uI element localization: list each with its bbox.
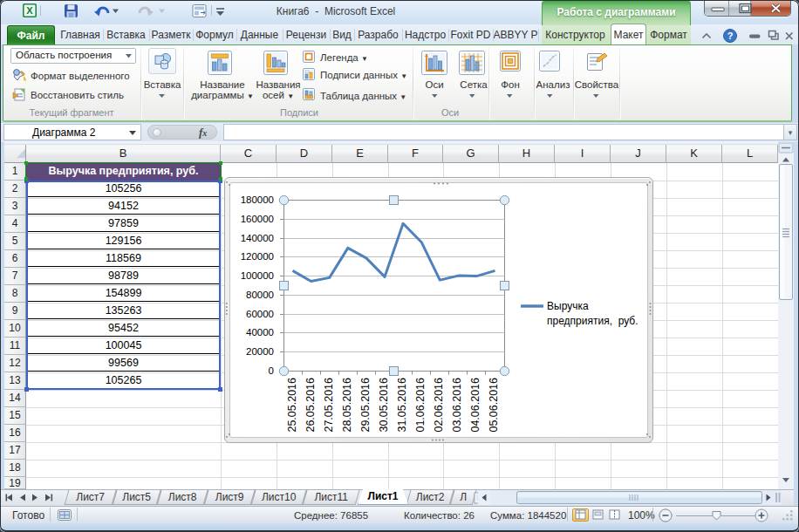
svg-text:?: ? bbox=[727, 31, 734, 41]
svg-text:X: X bbox=[26, 5, 33, 16]
